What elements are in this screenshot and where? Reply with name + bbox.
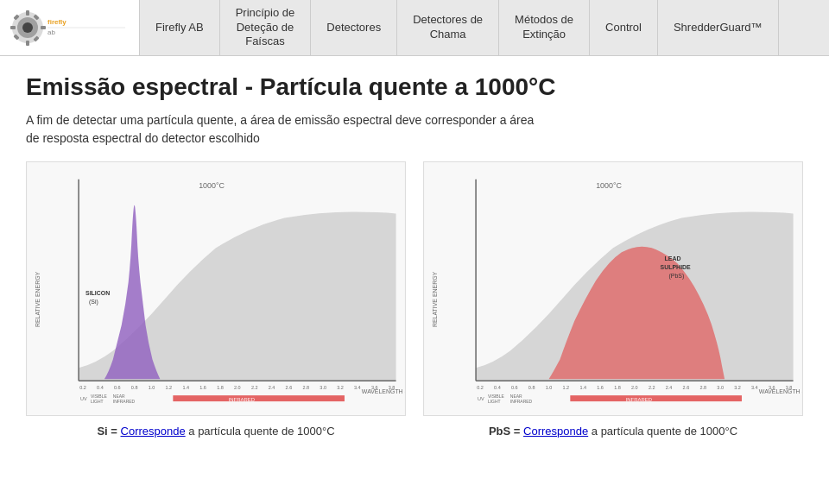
svg-text:0.6: 0.6 (511, 385, 518, 390)
svg-text:1.6: 1.6 (199, 385, 206, 390)
svg-text:2.2: 2.2 (649, 385, 655, 390)
svg-text:3.6: 3.6 (371, 385, 378, 390)
svg-text:SILICON: SILICON (85, 290, 110, 296)
svg-rect-3 (26, 10, 29, 16)
svg-text:LIGHT: LIGHT (488, 400, 501, 404)
nav-item-detectores[interactable]: Detectores (311, 0, 397, 55)
svg-text:0.2: 0.2 (477, 385, 484, 390)
pbs-chart-svg: RELATIVE ENERGY WAVELENGTH (μm) 0.2 0.4 … (424, 162, 802, 415)
svg-rect-5 (10, 26, 16, 29)
svg-text:2.6: 2.6 (683, 385, 690, 390)
svg-text:LEAD: LEAD (665, 255, 681, 261)
svg-text:3.0: 3.0 (717, 385, 724, 390)
svg-text:UV: UV (80, 396, 87, 401)
navbar: firefly ab Firefly AB Princípio deDeteçã… (0, 0, 829, 56)
svg-text:INFRARED: INFRARED (626, 397, 652, 402)
svg-text:2.0: 2.0 (234, 385, 241, 390)
svg-text:1000°C: 1000°C (199, 181, 225, 190)
svg-text:RELATIVE ENERGY: RELATIVE ENERGY (432, 271, 438, 327)
pbs-link[interactable]: Corresponde (523, 425, 588, 438)
svg-text:(PbS): (PbS) (669, 273, 685, 280)
svg-text:2.2: 2.2 (251, 385, 258, 390)
svg-text:2.4: 2.4 (269, 385, 275, 390)
svg-text:SULPHIDE: SULPHIDE (661, 264, 691, 270)
svg-text:(Si): (Si) (89, 299, 98, 306)
svg-text:RELATIVE ENERGY: RELATIVE ENERGY (35, 271, 41, 327)
svg-text:INFRARED: INFRARED (113, 400, 136, 404)
svg-text:NEAR: NEAR (113, 394, 125, 399)
svg-text:1.0: 1.0 (149, 385, 155, 390)
svg-text:0.8: 0.8 (528, 385, 535, 390)
svg-text:1.6: 1.6 (597, 385, 604, 390)
nav-items: Firefly AB Princípio deDeteção deFaíscas… (140, 0, 829, 55)
silicon-chart-svg: RELATIVE ENERGY WAVELENGTH (μm) 0.2 0.4 … (27, 162, 405, 415)
svg-text:0.8: 0.8 (131, 385, 138, 390)
svg-text:INFRARED: INFRARED (229, 397, 255, 402)
main-content: Emissão espectral - Partícula quente a 1… (0, 56, 829, 504)
logo-svg: firefly ab (9, 9, 130, 47)
svg-text:LIGHT: LIGHT (91, 400, 104, 404)
pbs-label: PbS = Corresponde a partícula quente de … (423, 425, 803, 438)
page-title: Emissão espectral - Partícula quente a 1… (26, 73, 803, 101)
svg-text:0.6: 0.6 (114, 385, 121, 390)
subtitle: A fim de detectar uma partícula quente, … (26, 111, 803, 148)
nav-item-metodos[interactable]: Métodos deExtinção (499, 0, 590, 55)
svg-text:WAVELENGTH (μm): WAVELENGTH (μm) (362, 388, 405, 395)
svg-text:INFRARED: INFRARED (510, 400, 533, 404)
silicon-rest: a partícula quente de 1000°C (188, 425, 334, 438)
svg-text:2.6: 2.6 (286, 385, 293, 390)
svg-rect-4 (26, 41, 29, 46)
nav-item-firefly-ab[interactable]: Firefly AB (140, 0, 220, 55)
nav-item-control[interactable]: Control (590, 0, 658, 55)
svg-text:1000°C: 1000°C (596, 181, 622, 190)
svg-text:3.8: 3.8 (389, 385, 396, 390)
svg-text:2.0: 2.0 (631, 385, 638, 390)
svg-text:0.4: 0.4 (494, 385, 501, 390)
bottom-labels: Si = Corresponde a partícula quente de 1… (26, 425, 803, 438)
svg-text:0.4: 0.4 (97, 385, 104, 390)
svg-text:1.8: 1.8 (217, 385, 224, 390)
svg-text:3.2: 3.2 (734, 385, 741, 390)
svg-text:WAVELENGTH (μm): WAVELENGTH (μm) (759, 388, 802, 395)
svg-text:VISIBLE: VISIBLE (488, 394, 504, 399)
svg-text:1.4: 1.4 (579, 385, 586, 390)
svg-rect-6 (41, 26, 46, 29)
svg-text:3.8: 3.8 (786, 385, 793, 390)
pbs-rest: a partícula quente de 1000°C (592, 425, 737, 438)
nav-item-principio[interactable]: Princípio deDeteção deFaíscas (220, 0, 312, 55)
nav-item-shredderguard[interactable]: ShredderGuard™ (658, 0, 779, 55)
svg-text:VISIBLE: VISIBLE (91, 394, 107, 399)
silicon-label: Si = Corresponde a partícula quente de 1… (26, 425, 406, 438)
svg-text:3.6: 3.6 (769, 385, 775, 390)
svg-rect-77 (570, 395, 742, 401)
svg-text:3.0: 3.0 (320, 385, 326, 390)
pbs-chart: RELATIVE ENERGY WAVELENGTH (μm) 0.2 0.4 … (423, 161, 803, 416)
svg-text:1.2: 1.2 (563, 385, 570, 390)
svg-text:UV: UV (478, 396, 484, 401)
svg-text:ab: ab (47, 28, 55, 36)
nav-item-detectores-chama[interactable]: Detectores deChama (397, 0, 499, 55)
svg-rect-43 (173, 395, 345, 401)
svg-text:firefly: firefly (47, 18, 66, 26)
silicon-eq: Si = (97, 425, 120, 438)
svg-point-2 (22, 22, 33, 33)
pbs-eq: PbS = (489, 425, 523, 438)
svg-text:1.0: 1.0 (546, 385, 553, 390)
svg-text:0.2: 0.2 (79, 385, 86, 390)
silicon-link[interactable]: Corresponde (121, 425, 186, 438)
svg-text:3.4: 3.4 (751, 385, 758, 390)
charts-row: RELATIVE ENERGY WAVELENGTH (μm) 0.2 0.4 … (26, 161, 803, 416)
svg-text:1.4: 1.4 (182, 385, 189, 390)
svg-text:3.2: 3.2 (337, 385, 344, 390)
svg-text:2.4: 2.4 (666, 385, 673, 390)
svg-text:1.8: 1.8 (614, 385, 621, 390)
svg-text:NEAR: NEAR (510, 394, 522, 399)
svg-text:3.4: 3.4 (354, 385, 361, 390)
svg-text:1.2: 1.2 (166, 385, 173, 390)
svg-text:2.8: 2.8 (302, 385, 309, 390)
silicon-chart: RELATIVE ENERGY WAVELENGTH (μm) 0.2 0.4 … (26, 161, 406, 416)
svg-text:2.8: 2.8 (699, 385, 706, 390)
logo-area: firefly ab (0, 0, 140, 55)
